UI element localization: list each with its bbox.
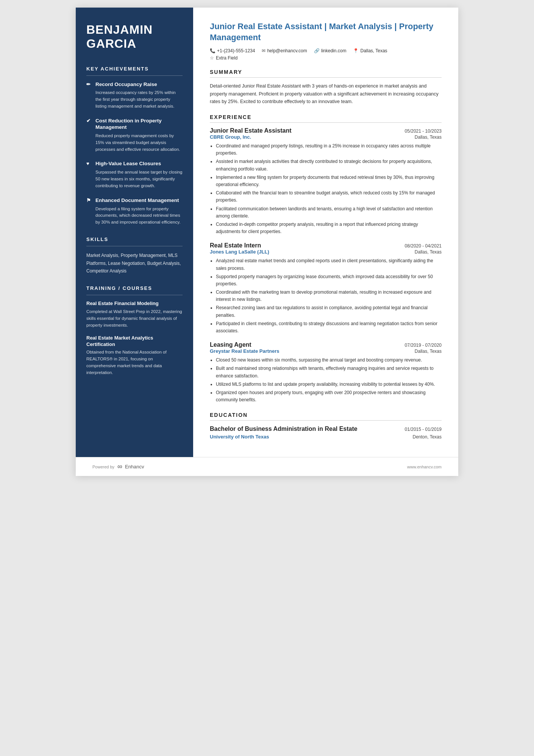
skills-text: Market Analysis, Property Management, ML… <box>86 252 183 275</box>
sidebar: BENJAMINGARCIA KEY ACHIEVEMENTS ✏ Record… <box>76 8 193 457</box>
experience-section-title: EXPERIENCE <box>210 114 442 120</box>
skills-section-title: SKILLS <box>86 236 183 242</box>
achievements-divider <box>86 75 183 76</box>
extra-field-text: Extra Field <box>216 55 237 61</box>
company-name: Jones Lang LaSalle (JLL) <box>210 249 269 255</box>
job-location: Dallas, Texas <box>415 349 442 354</box>
training-divider <box>86 295 183 295</box>
bullet-item: Conducted in-depth competitor property a… <box>216 221 442 235</box>
bullet-item: Utilized MLS platforms to list and updat… <box>216 381 442 388</box>
summary-section-title: SUMMARY <box>210 69 442 75</box>
achievement-title-text: Record Occupancy Raise <box>95 81 157 88</box>
achievement-title-text: Cost Reduction in Property Management <box>95 117 183 131</box>
flag-icon: ⚑ <box>86 197 92 204</box>
bullet-item: Facilitated communication between landlo… <box>216 205 442 220</box>
pencil-icon: ✏ <box>86 81 92 88</box>
footer-website: www.enhancv.com <box>407 465 442 469</box>
job-title: Leasing Agent <box>210 341 251 348</box>
edu-school-row: University of North Texas Denton, Texas <box>210 434 442 440</box>
bullet-item: Closed 50 new leases within six months, … <box>216 357 442 364</box>
phone-icon: 📞 <box>210 48 215 53</box>
achievement-title: ⚑ Enhanced Document Management <box>86 197 183 204</box>
exp-company-row: Jones Lang LaSalle (JLL) Dallas, Texas <box>210 249 442 255</box>
bullet-item: Coordinated and managed property listing… <box>216 142 442 157</box>
achievement-title-text: High-Value Lease Closures <box>95 160 161 167</box>
exp-bullets: Closed 50 new leases within six months, … <box>210 357 442 404</box>
exp-company-row: Greystar Real Estate Partners Dallas, Te… <box>210 348 442 354</box>
star-icon: ☆ <box>210 55 214 61</box>
education-item: Bachelor of Business Administration in R… <box>210 425 442 440</box>
job-location: Dallas, Texas <box>415 249 442 255</box>
company-name: CBRE Group, Inc. <box>210 134 251 140</box>
contact-phone: 📞 +1-(234)-555-1234 <box>210 48 255 53</box>
bullet-item: Assisted in market analysis activities t… <box>216 158 442 172</box>
bullet-item: Implemented a new filing system for prop… <box>216 174 442 188</box>
candidate-name: BENJAMINGARCIA <box>86 23 183 51</box>
edu-header: Bachelor of Business Administration in R… <box>210 425 442 433</box>
edu-school: University of North Texas <box>210 434 269 440</box>
experience-item: Junior Real Estate Assistant 05/2021 - 1… <box>210 127 442 235</box>
training-item: Real Estate Market Analytics Certificati… <box>86 335 183 376</box>
location-text: Dallas, Texas <box>360 48 387 53</box>
training-desc: Obtained from the National Association o… <box>86 349 183 376</box>
bullet-item: Researched zoning laws and tax regulatio… <box>216 304 442 319</box>
achievement-item: ✏ Record Occupancy Raise Increased occup… <box>86 81 183 110</box>
footer: Powered by ∞ Enhancv www.enhancv.com <box>76 457 458 476</box>
edu-degree: Bachelor of Business Administration in R… <box>210 425 358 433</box>
bullet-item: Organized open houses and property tours… <box>216 389 442 404</box>
job-dates: 05/2021 - 10/2023 <box>405 128 442 134</box>
achievements-section-title: KEY ACHIEVEMENTS <box>86 66 183 72</box>
contact-email: ✉ help@enhancv.com <box>262 48 307 53</box>
achievement-item: ✔ Cost Reduction in Property Management … <box>86 117 183 153</box>
resume-wrapper: BENJAMINGARCIA KEY ACHIEVEMENTS ✏ Record… <box>76 8 458 476</box>
training-title: Real Estate Market Analytics Certificati… <box>86 335 183 348</box>
extra-field-row: ☆ Extra Field <box>210 55 442 61</box>
achievement-title: ♥ High-Value Lease Closures <box>86 160 183 167</box>
edu-dates: 01/2015 - 01/2019 <box>405 427 442 432</box>
experience-item: Leasing Agent 07/2019 - 07/2020 Greystar… <box>210 341 442 404</box>
powered-by-text: Powered by <box>92 465 114 469</box>
exp-bullets: Analyzed real estate market trends and c… <box>210 257 442 335</box>
achievement-title: ✏ Record Occupancy Raise <box>86 81 183 88</box>
skills-divider <box>86 246 183 246</box>
edu-location: Denton, Texas <box>413 434 442 440</box>
email-text: help@enhancv.com <box>267 48 307 53</box>
achievement-desc: Reduced property management costs by 15%… <box>86 133 183 153</box>
job-title: Real Estate Intern <box>210 242 261 249</box>
summary-divider <box>210 77 442 78</box>
bullet-item: Collaborated with the financial team to … <box>216 189 442 204</box>
training-section-title: TRAINING / COURSES <box>86 285 183 291</box>
contact-row: 📞 +1-(234)-555-1234 ✉ help@enhancv.com 🔗… <box>210 48 442 53</box>
job-location: Dallas, Texas <box>415 135 442 140</box>
job-headline: Junior Real Estate Assistant | Market An… <box>210 21 442 43</box>
job-dates: 07/2019 - 07/2020 <box>405 343 442 348</box>
enhancv-logo-icon: ∞ <box>117 463 122 471</box>
brand-name: Enhancv <box>125 464 144 470</box>
exp-company-row: CBRE Group, Inc. Dallas, Texas <box>210 134 442 140</box>
link-icon: 🔗 <box>314 48 320 53</box>
education-divider <box>210 420 442 421</box>
phone-text: +1-(234)-555-1234 <box>217 48 255 53</box>
job-title: Junior Real Estate Assistant <box>210 127 291 134</box>
exp-header: Junior Real Estate Assistant 05/2021 - 1… <box>210 127 442 134</box>
location-icon: 📍 <box>353 48 359 53</box>
achievement-title: ✔ Cost Reduction in Property Management <box>86 117 183 131</box>
heart-icon: ♥ <box>86 161 92 167</box>
footer-left: Powered by ∞ Enhancv <box>92 463 144 471</box>
bullet-item: Built and maintained strong relationship… <box>216 365 442 379</box>
achievement-item: ⚑ Enhanced Document Management Developed… <box>86 197 183 226</box>
experience-divider <box>210 122 442 123</box>
training-desc: Completed at Wall Street Prep in 2022, m… <box>86 308 183 329</box>
exp-header: Leasing Agent 07/2019 - 07/2020 <box>210 341 442 348</box>
training-item: Real Estate Financial Modeling Completed… <box>86 301 183 329</box>
achievement-desc: Increased occupancy rates by 25% within … <box>86 89 183 110</box>
check-icon: ✔ <box>86 118 92 124</box>
resume-body: BENJAMINGARCIA KEY ACHIEVEMENTS ✏ Record… <box>76 8 458 457</box>
bullet-item: Coordinated with the marketing team to d… <box>216 289 442 303</box>
contact-website: 🔗 linkedin.com <box>314 48 347 53</box>
contact-location: 📍 Dallas, Texas <box>353 48 387 53</box>
achievement-desc: Developed a filing system for property d… <box>86 206 183 226</box>
job-dates: 08/2020 - 04/2021 <box>405 243 442 249</box>
bullet-item: Analyzed real estate market trends and c… <box>216 257 442 272</box>
exp-bullets: Coordinated and managed property listing… <box>210 142 442 235</box>
